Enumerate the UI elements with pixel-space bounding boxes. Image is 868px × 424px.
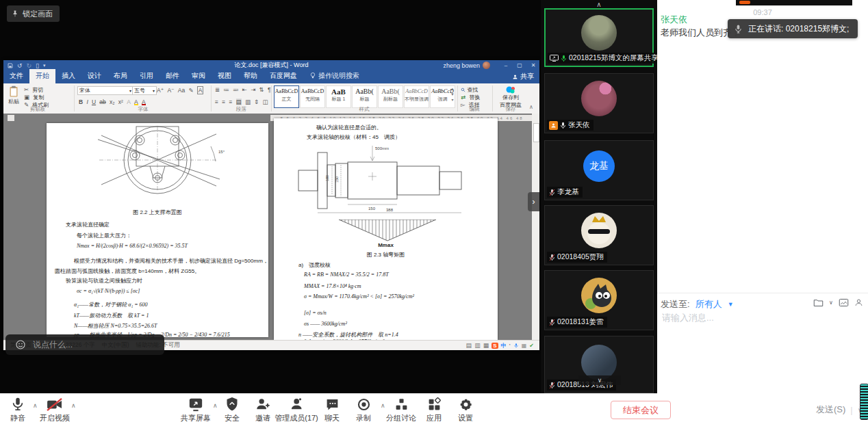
read-mode-icon[interactable]: ▤ — [466, 342, 472, 349]
copy-button[interactable]: ▣ 复制 — [24, 94, 44, 101]
quick-chat-overlay[interactable]: 说点什么... — [5, 334, 164, 355]
scrollbar-thumb[interactable] — [533, 123, 539, 142]
justify-button[interactable]: ▤ — [236, 98, 242, 105]
show-marks-button[interactable]: ¶ — [268, 86, 271, 93]
share-screen-button[interactable]: 共享屏幕 — [181, 397, 211, 423]
subscript-button[interactable]: x₂ — [110, 98, 115, 105]
minimize-button[interactable]: – — [500, 60, 512, 70]
save-to-baidu-pan-button[interactable]: 保存到 百度网盘 — [496, 85, 525, 109]
emoji-icon[interactable] — [15, 339, 26, 350]
grow-font-button[interactable]: A⁺ — [157, 87, 164, 94]
style-subtitle[interactable]: AaBb( 副标题 — [378, 85, 403, 108]
distribute-button[interactable]: ▥ — [245, 98, 251, 105]
tab-insert[interactable]: 插入 — [55, 69, 81, 83]
security-button[interactable]: 安全 — [225, 397, 240, 423]
sogou-ime-icon[interactable]: S — [492, 343, 498, 349]
next-page-chevron[interactable]: › — [528, 192, 539, 211]
multilevel-list-button[interactable]: ≕ — [233, 86, 239, 93]
style-title[interactable]: AaBb( 标题 — [352, 85, 377, 108]
chat-message-sender[interactable]: 张天依 — [661, 14, 687, 26]
tab-baidu-pan[interactable]: 百度网盘 — [264, 69, 303, 83]
web-layout-icon[interactable]: ▦ — [483, 342, 489, 349]
ime-punctuation-icon[interactable]: ’ — [509, 343, 511, 349]
text-effects-button[interactable]: A — [127, 98, 131, 105]
tab-view[interactable]: 视图 — [212, 69, 238, 83]
participant-tile-sharing[interactable]: 02018215郑博文的屏幕共享 — [544, 8, 654, 67]
font-name-select[interactable]: 宋体▾ — [77, 86, 133, 95]
tab-help[interactable]: 帮助 — [238, 69, 264, 83]
tab-design[interactable]: 设计 — [81, 69, 107, 83]
restore-button[interactable]: ▢ — [513, 60, 526, 70]
send-to-select[interactable]: 所有人 — [695, 298, 722, 310]
replace-button[interactable]: ⇄ 替换 — [461, 94, 480, 101]
screenshot-icon[interactable] — [839, 298, 849, 307]
increase-indent-button[interactable]: ⇥ — [251, 86, 255, 93]
align-center-button[interactable]: ≡ — [222, 98, 225, 105]
collapse-ribbon-button[interactable]: ∧ — [529, 104, 533, 110]
phonetic-guide-button[interactable]: ✎ — [188, 87, 193, 94]
chat-history-folder-icon[interactable] — [813, 298, 824, 307]
tab-references[interactable]: 引用 — [133, 69, 159, 83]
vertical-scrollbar[interactable] — [532, 114, 539, 340]
chevron-down-icon[interactable]: ∨ — [829, 300, 833, 306]
style-heading1[interactable]: AaB 标题 1 — [326, 85, 351, 108]
apps-button[interactable]: 应用 — [426, 397, 442, 423]
manage-members-button[interactable]: 管理成员(17) — [275, 397, 318, 423]
tab-mailings[interactable]: 邮件 — [159, 69, 186, 83]
chat-message-input[interactable] — [661, 312, 862, 323]
highlight-button[interactable]: A — [134, 98, 138, 105]
close-button[interactable]: ✕ — [527, 60, 539, 70]
tab-review[interactable]: 审阅 — [186, 69, 212, 83]
ime-language-icon[interactable]: 中 — [501, 342, 507, 349]
participant-tile[interactable]: 张天依 — [544, 73, 654, 133]
video-options-chevron[interactable]: ∧ — [71, 402, 76, 409]
character-border-button[interactable]: A — [197, 86, 204, 94]
line-spacing-button[interactable]: ⇕ — [254, 98, 259, 105]
bullets-button[interactable]: ≣ — [215, 86, 220, 93]
mention-person-icon[interactable] — [854, 298, 863, 307]
chat-image-attachment[interactable] — [735, 0, 854, 7]
print-layout-icon[interactable]: ▥ — [474, 342, 481, 349]
tab-home[interactable]: 开始 — [29, 69, 55, 83]
paste-button[interactable]: 粘贴 — [8, 85, 20, 105]
chat-button[interactable]: 聊天 — [324, 397, 340, 423]
tell-me-search[interactable]: 操作说明搜索 — [310, 71, 359, 83]
document-page-right[interactable]: 确认为滚轮直径是合适的。 支承滚轮轴的校核（材料：45 调质） — [274, 118, 498, 340]
settings-button[interactable]: 设置 — [458, 397, 473, 423]
shrink-font-button[interactable]: A⁻ — [167, 87, 174, 94]
record-options-chevron[interactable]: ∧ — [381, 402, 385, 409]
send-button[interactable]: 发送(S) — [816, 403, 845, 416]
cut-button[interactable]: ✂ 剪切 — [24, 86, 43, 94]
numbering-button[interactable]: ≔ — [223, 86, 229, 93]
collapse-panel-chevron[interactable]: ∧ — [589, 1, 609, 8]
font-color-button[interactable]: A — [142, 98, 146, 105]
sort-button[interactable]: ⇅ — [259, 86, 264, 93]
style-no-spacing[interactable]: AaBbCcD 无间隔 — [300, 85, 325, 108]
change-case-button[interactable]: Aa — [178, 87, 185, 94]
styles-scroll-buttons[interactable]: ▲▼▾ — [450, 86, 455, 103]
align-right-button[interactable]: ≡ — [229, 98, 232, 105]
participant-tile[interactable]: 02018131姜雷 — [544, 270, 654, 330]
tab-file[interactable]: 文件 — [3, 69, 29, 83]
record-button[interactable]: 录制 — [356, 397, 371, 423]
ime-shield-check-icon[interactable]: ✔ — [529, 343, 534, 349]
chevron-down-icon[interactable]: ▼ — [728, 301, 734, 308]
end-meeting-button[interactable]: 结束会议 — [611, 401, 671, 419]
style-subtle-emphasis[interactable]: AaBbCcD 不明显强调 — [404, 85, 429, 108]
breakout-rooms-button[interactable]: 分组讨论 — [386, 397, 416, 423]
invite-button[interactable]: 邀请 — [255, 397, 270, 423]
mute-button[interactable]: 静音 — [10, 397, 25, 423]
italic-button[interactable]: I — [86, 98, 88, 105]
borders-button[interactable]: ◫ — [263, 98, 268, 105]
share-options-chevron[interactable]: ∧ — [213, 402, 218, 409]
bold-button[interactable]: B — [79, 98, 83, 105]
strikethrough-button[interactable]: ab — [99, 98, 105, 105]
find-button[interactable]: 查找 — [461, 86, 478, 94]
ime-keyboard-icon[interactable]: ▦ — [522, 343, 527, 349]
ime-mic-icon[interactable] — [513, 343, 519, 349]
participant-tile[interactable]: 02018405贾翔 — [544, 205, 654, 265]
document-page-left[interactable]: 15° 图 2.2 上支撑布置图 支承滚轮直径确定 每个滚轮上最大压力： Nma… — [47, 123, 268, 337]
participant-tile[interactable]: 龙基 李龙基 — [544, 140, 654, 200]
start-video-button[interactable]: 开启视频 — [40, 397, 70, 423]
word-account-avatar[interactable] — [483, 62, 490, 69]
